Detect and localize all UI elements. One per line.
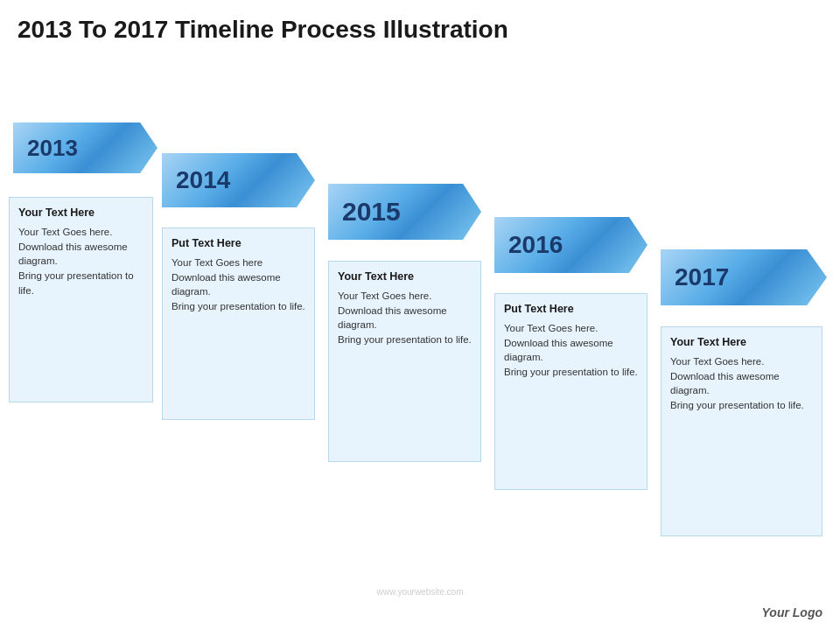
arrow-2014: 2014 <box>162 153 315 207</box>
text-box-header-2013: Your Text Here <box>18 205 144 220</box>
arrow-2017: 2017 <box>661 249 827 305</box>
text-box-2015: Your Text HereYour Text Goes here. Downl… <box>328 261 481 462</box>
text-box-header-2016: Put Text Here <box>504 301 638 317</box>
timeline-container: 2013Your Text HereYour Text Goes here. D… <box>0 52 840 604</box>
year-label-2013: 2013 <box>27 135 78 162</box>
logo: Your Logo <box>762 606 822 620</box>
year-label-2014: 2014 <box>176 166 230 194</box>
watermark: www.yourwebsite.com <box>377 587 464 597</box>
text-box-2017: Your Text HereYour Text Goes here. Downl… <box>661 326 822 536</box>
text-box-body-2017: Your Text Goes here. Download this aweso… <box>670 354 813 413</box>
text-box-body-2015: Your Text Goes here. Download this aweso… <box>338 289 472 347</box>
arrow-2013: 2013 <box>13 122 158 173</box>
text-box-2016: Put Text HereYour Text Goes here. Downlo… <box>494 293 648 490</box>
page-title: 2013 To 2017 Timeline Process Illustrati… <box>0 0 840 52</box>
arrow-2015: 2015 <box>328 184 481 240</box>
text-box-2013: Your Text HereYour Text Goes here. Downl… <box>9 197 153 402</box>
year-label-2017: 2017 <box>675 263 729 291</box>
text-box-body-2013: Your Text Goes here. Download this aweso… <box>18 225 144 298</box>
year-label-2015: 2015 <box>342 197 401 227</box>
text-box-body-2016: Your Text Goes here. Download this aweso… <box>504 321 638 380</box>
text-box-header-2015: Your Text Here <box>338 269 472 284</box>
text-box-header-2014: Put Text Here <box>172 235 305 251</box>
text-box-header-2017: Your Text Here <box>670 334 813 350</box>
text-box-2014: Put Text HereYour Text Goes here Downloa… <box>162 228 315 420</box>
arrow-2016: 2016 <box>494 217 648 273</box>
year-label-2016: 2016 <box>508 231 563 259</box>
text-box-body-2014: Your Text Goes here Download this awesom… <box>172 256 305 314</box>
